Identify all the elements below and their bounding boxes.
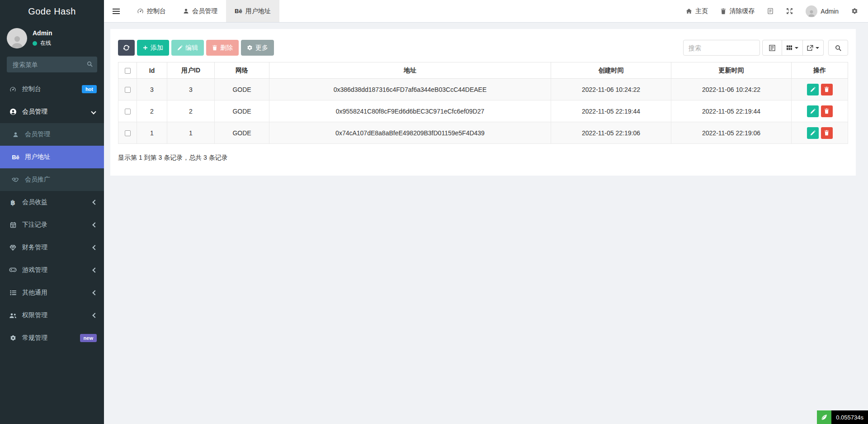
export-icon (807, 45, 813, 51)
delete-row-button[interactable] (821, 105, 833, 117)
more-button[interactable]: 更多 (241, 40, 274, 56)
plus-icon (143, 45, 148, 50)
users-icon (7, 313, 19, 319)
trash-icon (824, 108, 829, 114)
edit-row-button[interactable] (807, 84, 819, 95)
columns-icon (786, 45, 793, 51)
dashboard-icon (7, 86, 19, 93)
main-area: 控制台 会员管理 Bē 用户地址 主页 清除缓存 (104, 0, 868, 424)
cell-id: 3 (137, 79, 167, 100)
columns-button[interactable] (782, 40, 803, 56)
column-header-id[interactable]: Id (137, 62, 167, 79)
table-search-input[interactable] (683, 40, 760, 56)
delete-row-button[interactable] (821, 84, 833, 95)
delete-label: 删除 (220, 44, 233, 52)
column-header-updated[interactable]: 更新时间 (671, 62, 792, 79)
cell-updated: 2022-11-05 22:19:44 (671, 100, 792, 122)
user-name-label: Admin (821, 8, 839, 15)
sidebar-item-misc[interactable]: 其他通用 (0, 281, 104, 304)
sidebar-item-member-group[interactable]: 会员管理 (0, 100, 104, 123)
behance-icon: Bē (235, 8, 242, 14)
column-header-created[interactable]: 创建时间 (551, 62, 671, 79)
app-logo[interactable]: Gode Hash (0, 0, 104, 23)
user-menu[interactable]: Admin (806, 5, 839, 17)
detail-view-button[interactable] (762, 40, 782, 56)
trash-icon (824, 86, 829, 92)
sidebar-submenu: 会员管理 Bē 用户地址 会员推广 (0, 123, 104, 191)
cell-created: 2022-11-05 22:19:06 (551, 122, 671, 144)
gear-icon (851, 8, 858, 14)
edit-row-button[interactable] (807, 127, 819, 139)
user-status: 在线 (33, 39, 52, 47)
tab-member[interactable]: 会员管理 (175, 0, 226, 22)
tab-user-address[interactable]: Bē 用户地址 (226, 0, 279, 22)
sidebar-item-member-list[interactable]: 会员管理 (0, 123, 104, 146)
gamepad-icon (7, 267, 19, 273)
list-icon (7, 290, 19, 295)
edit-button[interactable]: 编辑 (171, 40, 204, 56)
online-dot-icon (33, 41, 37, 46)
search-icon[interactable] (87, 61, 93, 67)
table-row: 3 3 GODE 0x386d38dd187316c4FD7af6a344eB0… (118, 79, 848, 100)
export-button[interactable] (803, 40, 824, 56)
row-checkbox[interactable] (125, 87, 131, 93)
trash-icon (824, 130, 829, 136)
sidebar-item-member-promotion[interactable]: 会员推广 (0, 168, 104, 191)
menu-search-input[interactable] (7, 57, 97, 72)
add-button[interactable]: 添加 (137, 40, 169, 56)
caret-down-icon (795, 47, 798, 49)
select-all-checkbox[interactable] (125, 68, 131, 74)
fullscreen-button[interactable] (786, 8, 793, 14)
clear-cache-button[interactable]: 清除缓存 (721, 7, 755, 15)
refresh-button[interactable] (118, 40, 135, 56)
row-checkbox[interactable] (125, 130, 131, 136)
delete-button[interactable]: 删除 (206, 40, 239, 56)
sidebar-item-console[interactable]: 控制台 hot (0, 78, 104, 100)
table-toolbar: 添加 编辑 删除 更多 (118, 40, 848, 56)
detail-view-icon (769, 45, 775, 51)
sidebar-item-finance[interactable]: 财务管理 (0, 236, 104, 259)
edit-label: 编辑 (185, 44, 198, 52)
delete-row-button[interactable] (821, 127, 833, 139)
content-area: 添加 编辑 删除 更多 (104, 23, 868, 424)
sidebar-item-user-address[interactable]: Bē 用户地址 (0, 146, 104, 168)
sidebar-item-label: 会员管理 (22, 108, 47, 116)
document-button[interactable] (767, 8, 774, 14)
cell-address: 0x9558241C80f8cF9Ed6d6bEC3C971eCfc6ef09D… (269, 100, 551, 122)
hot-badge: hot (82, 85, 97, 93)
sidebar-item-member-income[interactable]: ฿ 会员收益 (0, 191, 104, 214)
sidebar-item-label: 常规管理 (22, 334, 47, 342)
sidebar-item-permission[interactable]: 权限管理 (0, 304, 104, 327)
edit-row-button[interactable] (807, 105, 819, 117)
search-submit-button[interactable] (828, 40, 848, 56)
more-label: 更多 (255, 44, 268, 52)
tab-console[interactable]: 控制台 (128, 0, 175, 22)
home-link[interactable]: 主页 (686, 7, 708, 15)
person-icon (807, 9, 816, 17)
refresh-icon (123, 44, 130, 51)
calendar-icon (7, 222, 19, 228)
sidebar-item-game[interactable]: 游戏管理 (0, 259, 104, 281)
column-header-address[interactable]: 地址 (269, 62, 551, 79)
cell-created: 2022-11-06 10:24:22 (551, 79, 671, 100)
column-header-network[interactable]: 网络 (215, 62, 269, 79)
cell-user-id: 1 (167, 122, 215, 144)
sidebar-toggle-icon[interactable] (104, 0, 128, 22)
caret-down-icon (816, 47, 819, 49)
sidebar-item-bet-records[interactable]: 下注记录 (0, 214, 104, 236)
sidebar-item-general[interactable]: 常规管理 new (0, 327, 104, 349)
trace-badge: 0.055734s (817, 410, 868, 424)
cell-id: 1 (137, 122, 167, 144)
pencil-icon (810, 130, 816, 136)
data-table: Id 用户ID 网络 地址 创建时间 更新时间 操作 3 3 GODE (118, 62, 848, 144)
new-badge: new (80, 334, 97, 342)
column-header-ops[interactable]: 操作 (792, 62, 848, 79)
user-circle-icon (7, 108, 19, 115)
row-checkbox[interactable] (125, 109, 131, 114)
settings-button[interactable] (851, 8, 858, 14)
column-header-user-id[interactable]: 用户ID (167, 62, 215, 79)
document-icon (767, 8, 774, 14)
trace-leaf-icon[interactable] (817, 410, 831, 424)
pencil-icon (810, 109, 816, 114)
bitcoin-icon: ฿ (7, 199, 19, 206)
